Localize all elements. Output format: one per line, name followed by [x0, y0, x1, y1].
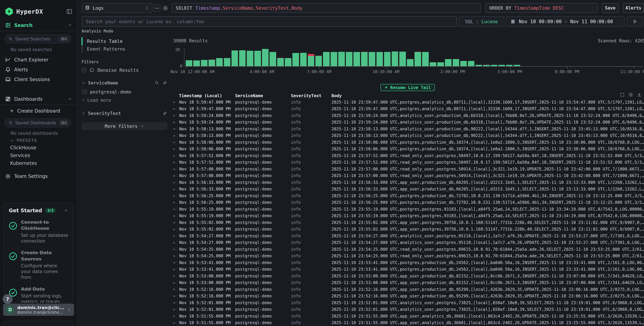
histogram-bar[interactable] — [308, 54, 314, 66]
row-expand-chevron-icon[interactable]: > — [171, 314, 177, 318]
row-expand-chevron-icon[interactable]: > — [171, 113, 177, 118]
get-started-step[interactable]: Connect to ClickHouse Set up your databa… — [9, 219, 68, 244]
row-expand-chevron-icon[interactable]: > — [171, 174, 177, 178]
row-expand-chevron-icon[interactable]: > — [171, 180, 177, 184]
row-expand-chevron-icon[interactable]: > — [171, 214, 177, 218]
histogram-bar[interactable] — [414, 52, 421, 66]
search-icon[interactable] — [154, 81, 159, 85]
row-expand-chevron-icon[interactable]: > — [171, 207, 177, 211]
expand-table-icon[interactable] — [620, 92, 625, 97]
histogram-bar[interactable] — [407, 59, 414, 66]
sidebar-item-team-settings[interactable]: Team Settings — [0, 171, 77, 181]
table-row[interactable]: > Nov 10 5:54:27.000 PM postgresql-demo … — [171, 239, 644, 246]
get-started-step[interactable]: Create Data Sources Configure where your… — [9, 250, 68, 280]
filter-group-severitytext[interactable]: SeverityText — [82, 109, 167, 118]
row-expand-chevron-icon[interactable]: > — [171, 267, 177, 271]
histogram-bar[interactable] — [498, 65, 505, 66]
table-row[interactable]: > Nov 10 5:54:27.000 PM postgresql-demo … — [171, 233, 644, 239]
table-row[interactable]: > Nov 10 5:59:24.000 PM postgresql-demo … — [171, 119, 644, 126]
histogram-bar[interactable] — [330, 52, 337, 66]
histogram-bar[interactable] — [316, 56, 322, 66]
mode-results-table[interactable]: Results Table — [82, 37, 167, 45]
table-row[interactable]: > Nov 10 5:59:47.000 PM postgresql-demo … — [171, 99, 644, 106]
histogram-bar[interactable] — [247, 51, 253, 66]
table-row[interactable]: > Nov 10 5:58:06.000 PM postgresql-demo … — [171, 146, 644, 153]
source-select[interactable]: Logs — [82, 3, 152, 13]
row-density-icon[interactable] — [628, 92, 633, 97]
histogram-bar[interactable] — [437, 62, 444, 66]
histogram-bar[interactable] — [186, 60, 192, 66]
sidebar-item-client-sessions[interactable]: Client Sessions — [0, 75, 77, 84]
histogram-bar[interactable] — [361, 52, 368, 66]
histogram-bar[interactable] — [224, 58, 230, 66]
run-search-button[interactable] — [627, 16, 643, 27]
row-expand-chevron-icon[interactable]: > — [171, 134, 177, 138]
chevron-up-icon[interactable] — [64, 208, 68, 213]
help-button[interactable]: ? — [3, 294, 12, 304]
table-row[interactable]: > Nov 10 5:52:01.000 PM postgresql-demo … — [171, 306, 644, 313]
table-row[interactable]: > Nov 10 5:55:02.000 PM postgresql-demo … — [171, 219, 644, 226]
table-row[interactable]: > Nov 10 5:56:25.000 PM postgresql-demo … — [171, 199, 644, 206]
pin-icon[interactable] — [163, 81, 167, 85]
histogram-bar[interactable] — [399, 52, 406, 66]
table-row[interactable]: > Nov 10 5:57:52.000 PM postgresql-demo … — [171, 159, 644, 166]
row-expand-chevron-icon[interactable]: > — [171, 321, 177, 325]
sidebar-collapse-icon[interactable] — [66, 9, 72, 15]
table-row[interactable]: > Nov 10 5:56:25.000 PM postgresql-demo … — [171, 192, 644, 199]
histogram-bar[interactable] — [376, 52, 383, 66]
histogram-bar[interactable] — [262, 49, 268, 66]
column-header-servicename[interactable]: ServiceName — [234, 93, 289, 98]
table-row[interactable]: > Nov 10 5:53:41.000 PM postgresql-demo … — [171, 259, 644, 266]
row-expand-chevron-icon[interactable]: > — [171, 260, 177, 265]
table-row[interactable]: > Nov 10 5:58:13.000 PM postgresql-demo … — [171, 126, 644, 132]
histogram-bar[interactable] — [483, 65, 490, 66]
histogram-bar[interactable] — [285, 58, 292, 66]
row-expand-chevron-icon[interactable]: > — [171, 294, 177, 298]
save-button[interactable]: Save — [602, 3, 619, 13]
row-expand-chevron-icon[interactable]: > — [171, 287, 177, 291]
histogram-bar[interactable] — [270, 52, 276, 66]
column-header-severitytext[interactable]: SeverityText — [289, 93, 330, 98]
search-input[interactable]: Search your events w/ Lucene ex. column:… — [82, 16, 457, 27]
histogram-bar[interactable] — [300, 53, 307, 66]
histogram-bar[interactable] — [254, 51, 261, 66]
load-more[interactable]: Load more — [82, 96, 167, 104]
preset-services[interactable]: Services — [10, 153, 30, 158]
sidebar-item-dashboards[interactable]: Dashboards — [0, 94, 77, 104]
table-row[interactable]: > Nov 10 5:57:52.000 PM postgresql-demo … — [171, 152, 644, 159]
row-expand-chevron-icon[interactable]: > — [171, 127, 177, 131]
table-row[interactable]: > Nov 10 5:53:00.000 PM postgresql-demo … — [171, 273, 644, 279]
table-row[interactable]: > Nov 10 5:55:19.000 PM postgresql-demo … — [171, 206, 644, 213]
row-expand-chevron-icon[interactable]: > — [171, 240, 177, 245]
row-expand-chevron-icon[interactable]: > — [171, 194, 177, 198]
row-expand-chevron-icon[interactable]: > — [171, 281, 177, 285]
histogram-bar[interactable] — [208, 60, 215, 66]
select-clause-input[interactable]: SELECT Timestamp ,ServiceName,SeverityTe… — [172, 3, 481, 13]
row-expand-chevron-icon[interactable]: > — [171, 301, 177, 305]
histogram-bar[interactable] — [292, 53, 299, 66]
table-row[interactable]: > Nov 10 5:56:33.000 PM postgresql-demo … — [171, 186, 644, 193]
source-settings-gear-icon[interactable] — [162, 5, 169, 12]
histogram-bar[interactable] — [384, 52, 391, 66]
table-row[interactable]: > Nov 10 5:52:01.000 PM postgresql-demo … — [171, 299, 644, 306]
option-checkbox[interactable] — [82, 89, 87, 94]
histogram-bar[interactable] — [460, 61, 467, 66]
row-expand-chevron-icon[interactable]: > — [171, 254, 177, 258]
saved-searches-input[interactable]: Saved Searches ⌘K — [5, 35, 71, 43]
sidebar-item-alerts[interactable]: Alerts — [0, 65, 77, 75]
histogram-bar[interactable] — [277, 58, 284, 66]
chevron-up-icon[interactable] — [68, 97, 72, 101]
histogram-bar[interactable] — [232, 51, 238, 66]
more-filters-button[interactable]: More filters — [82, 122, 167, 130]
histogram-bar[interactable] — [491, 65, 498, 66]
table-row[interactable]: > Nov 10 5:54:25.000 PM postgresql-demo … — [171, 246, 644, 253]
histogram-bar[interactable] — [514, 65, 520, 66]
table-row[interactable]: > Nov 10 5:51:55.000 PM postgresql-demo … — [171, 313, 644, 319]
histogram-bar[interactable] — [369, 52, 375, 66]
filter-option-postgresql-demo[interactable]: postgresql-demo — [82, 87, 167, 96]
histogram-bar[interactable] — [323, 52, 330, 66]
table-row[interactable]: > Nov 10 5:53:00.000 PM postgresql-demo … — [171, 279, 644, 286]
histogram-bar[interactable] — [506, 65, 512, 66]
histogram-bar[interactable] — [201, 60, 208, 66]
column-header-body[interactable]: Body — [330, 93, 644, 98]
